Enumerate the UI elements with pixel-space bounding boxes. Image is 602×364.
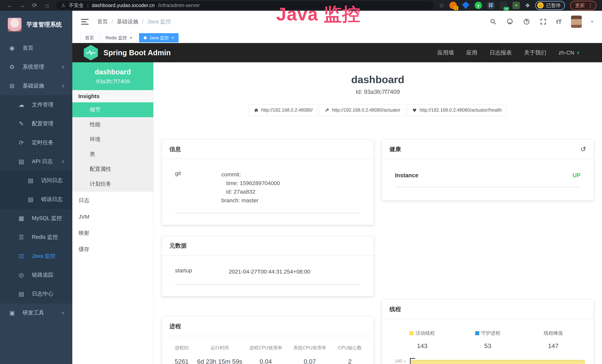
extension-grid-icon[interactable] [487,2,495,9]
threads-card-title: 线程 [382,300,594,319]
tab-java-monitor[interactable]: Java 监控 × [139,33,179,43]
subnav-item-scheduled-tasks[interactable]: 计划任务 [72,177,153,191]
chevron-down-icon: ∨ [61,310,64,315]
sidebar-item-tracing[interactable]: ◎ 链路追踪 [0,266,72,284]
sba-nav-about[interactable]: 关于我们 [524,49,546,57]
info-card-title: 信息 [162,140,374,159]
profile-paused-chip[interactable]: ☺ 已暂停 [535,1,565,10]
reload-icon[interactable]: ⟳ [31,2,39,9]
subnav-item-details[interactable]: 细节 [72,102,153,117]
font-size-icon[interactable]: tT [556,18,562,25]
chrome-update-button[interactable]: 更新 ⋮ [570,1,596,10]
live-threads-value: 143 [389,342,455,350]
tab-label: Redis 监控 [106,35,127,41]
live-threads-area-series [411,360,585,364]
sidebar-item-java-monitor[interactable]: ⊡ Java 监控 [0,247,72,266]
extension-y-icon[interactable]: y [475,2,482,9]
breadcrumb-home[interactable]: 首页 [97,18,108,25]
cpu-cores-value: 2 [332,358,368,364]
extension-badge: 1 [454,6,458,10]
gear-icon: ⚙ [8,64,16,70]
process-col-pid: 进程ID [168,345,196,351]
sidebar-item-file-manage[interactable]: ☁ 文件管理 [0,95,72,114]
extensions-puzzle-icon[interactable]: ❖ [525,2,530,9]
process-col-cores: CPU核心数 [332,345,368,351]
close-icon[interactable]: × [171,35,174,40]
breadcrumb-separator: / [142,19,143,25]
threads-card: 线程 活动线程 143 [382,300,594,364]
app-logo-row[interactable]: 芋道管理系统 [0,11,72,39]
actuator-url-link[interactable]: http://192.168.0.2:48080/actuator [320,104,405,116]
sidebar-item-dev-tools[interactable]: ▣ 研发工具 ∨ [0,303,72,322]
service-url: http://192.168.0.2:48080/ [261,107,313,113]
extension-on-icon[interactable]: on [500,2,507,9]
process-col-system-cpu: 系统CPU使用率 [288,345,332,351]
sba-language-select[interactable]: zh-CN ∨ [559,50,580,56]
subnav-item-mappings[interactable]: 映射 [72,226,153,240]
sba-nav-applications[interactable]: 应用 [466,49,477,57]
sidebar-collapse-icon[interactable] [81,19,89,25]
health-url-link[interactable]: http://192.168.0.2:48080/actuator/health [407,104,507,116]
not-secure-icon: ⚠ [61,3,65,8]
breadcrumb-current: Java 监控 [147,18,171,25]
wrench-icon [325,108,329,113]
bookmark-star-icon[interactable]: ☆ [439,2,444,9]
chevron-up-icon: ∧ [61,83,64,88]
subnav-item-classes[interactable]: 类 [72,147,153,162]
extension-leaf-icon[interactable]: ❧ [512,2,520,9]
avatar-caret-icon[interactable]: ▾ [591,19,593,24]
sba-logo-icon [84,45,98,60]
metadata-label: startup [175,268,229,276]
forward-icon[interactable]: → [18,2,26,9]
fullscreen-icon[interactable] [539,18,547,25]
subnav-item-environment[interactable]: 环境 [72,132,153,147]
subnav-item-metrics[interactable]: 性能 [72,117,153,132]
help-icon[interactable] [523,18,530,25]
eye-icon: ◎ [17,271,26,278]
back-icon[interactable]: ← [6,2,13,9]
subnav-item-config-props[interactable]: 配置属性 [72,162,153,177]
peak-threads-value: 147 [521,342,586,350]
breadcrumb-infrastructure[interactable]: 基础设施 [117,18,138,25]
service-url-link[interactable]: http://192.168.0.2:48080/ [249,104,318,116]
app-title: 芋道管理系统 [26,21,62,29]
sidebar-item-infrastructure[interactable]: ⊞ 基础设施 ∧ [0,76,72,95]
sidebar-item-home[interactable]: ◉ 首页 [0,39,72,57]
home-icon[interactable]: ⌂ [43,2,51,9]
tab-home[interactable]: 首页 [80,33,99,43]
sidebar-item-mysql-monitor[interactable]: ▦ MySQL 监控 [0,209,72,228]
process-cpu-value: 0.04 [244,358,288,364]
sidebar-item-access-logs[interactable]: ▤ 访问日志 [0,171,72,190]
close-icon[interactable]: × [129,35,132,40]
subnav-item-jvm[interactable]: JVM [72,209,153,224]
sidebar-item-log-center[interactable]: ▤ 日志中心 [0,284,72,303]
chevron-down-icon: ∨ [61,64,64,70]
threads-stats: 活动线程 143 守护进程 [382,319,594,350]
search-icon[interactable] [489,18,497,25]
sidebar-item-redis-monitor[interactable]: ☰ Redis 监控 [0,228,72,247]
github-icon[interactable] [506,18,514,25]
sba-brand[interactable]: Spring Boot Admin [84,45,171,60]
subnav-item-caches[interactable]: 缓存 [72,242,153,257]
sidebar-item-api-logs[interactable]: ▤ API 日志 ∧ [0,152,72,171]
tab-redis-monitor[interactable]: Redis 监控 × [101,33,137,43]
address-bar[interactable]: ⚠ 不安全 | dashboard.yudao.iocoder.cn /infr… [56,1,434,10]
subnav-item-logs[interactable]: 日志 [72,193,153,208]
on-badge: on [504,7,509,11]
y-axis-line [410,358,411,364]
sidebar-item-label: 配置管理 [32,120,54,127]
timer-icon: ⟳ [17,139,26,146]
history-icon[interactable]: ↺ [580,145,586,153]
sidebar-item-error-logs[interactable]: ▤ 错误日志 [0,190,72,209]
user-avatar[interactable] [571,16,582,28]
sidebar-item-label: MySQL 监控 [32,214,62,222]
actuator-url: http://192.168.0.2:48080/actuator [332,107,400,113]
sba-nav-wallboard[interactable]: 应用墙 [437,49,454,57]
extension-orange-icon[interactable]: 1 [449,2,457,9]
sidebar-item-config-manage[interactable]: ✎ 配置管理 [0,114,72,133]
sidebar-item-scheduled-jobs[interactable]: ⟳ 定时任务 [0,133,72,152]
extension-gem-icon[interactable] [462,2,469,9]
sidebar-item-system[interactable]: ⚙ 系统管理 ∨ [0,57,72,76]
sba-nav-journal[interactable]: 日志报表 [489,49,512,57]
browser-menu-icon[interactable]: ⋮ [588,2,593,9]
